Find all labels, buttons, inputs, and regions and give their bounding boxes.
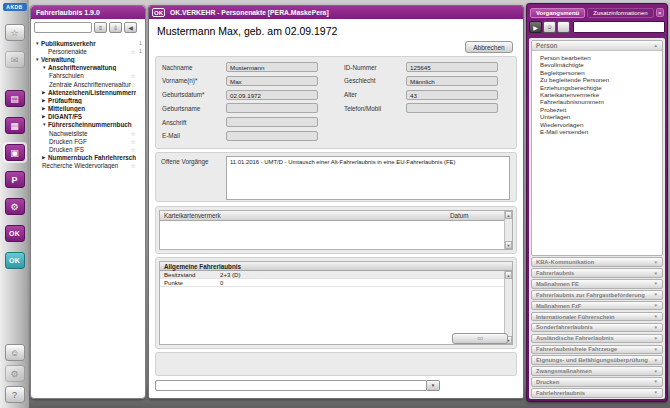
alter-field[interactable]: 43 bbox=[406, 90, 498, 100]
menu-item-zu-begleitende-personen[interactable]: Zu begleitende Personen bbox=[532, 76, 662, 83]
accordion-fahrerlaubnis[interactable]: Fahrerlaubnis▼ bbox=[531, 268, 663, 278]
tree-item-drucken-fgf[interactable]: Drucken FGF☆ bbox=[34, 137, 142, 145]
accordion-sonderfahrerlaubnis[interactable]: Sonderfahrerlaubnis▼ bbox=[531, 323, 663, 333]
favorite-star-icon[interactable]: ☆ bbox=[131, 146, 136, 153]
personenakte-module-button[interactable]: ▣ bbox=[5, 144, 25, 161]
active-module-highlight: ▣ bbox=[3, 142, 27, 163]
menu-item-fahrerlaubnisnummern[interactable]: Fahrerlaubnisnummern bbox=[532, 98, 662, 105]
open-cases-textarea[interactable]: 11.01.2016 - UMT/D - Umtausch einer Alt-… bbox=[226, 156, 510, 200]
menu-item-person-bearbeiten[interactable]: Person bearbeiten bbox=[532, 54, 662, 61]
favorite-star-icon[interactable]: ☆ bbox=[131, 81, 136, 88]
nav-search-input[interactable] bbox=[34, 22, 92, 33]
cancel-button[interactable]: Abbrechen bbox=[465, 41, 513, 53]
menu-item-email-versenden[interactable]: E-Mail versenden bbox=[532, 128, 662, 135]
ok-verkehr-button[interactable]: OK bbox=[5, 225, 25, 242]
column-header[interactable]: Datum bbox=[450, 212, 512, 219]
menu-item-karteikartenvermerke[interactable]: Karteikartenvermerke bbox=[532, 91, 662, 98]
nachname-field[interactable]: Mustermann bbox=[226, 62, 318, 72]
extra-action-button[interactable] bbox=[557, 21, 570, 33]
tree-item-aktenzeichen[interactable]: ▶Aktenzeichen/Listennummern bbox=[34, 88, 142, 96]
menu-item-begleitpersonen[interactable]: Begleitpersonen bbox=[532, 69, 662, 76]
accordion-title: Person bbox=[536, 42, 557, 49]
anschrift-field[interactable] bbox=[226, 117, 318, 127]
person-accordion-header[interactable]: Person ▲ bbox=[532, 41, 662, 51]
favorite-star-icon[interactable]: ☆ bbox=[131, 138, 136, 145]
geburtsname-field[interactable] bbox=[226, 103, 318, 113]
close-panel-button[interactable]: × bbox=[656, 8, 664, 17]
cardindex-module-button[interactable]: ▦ bbox=[5, 117, 25, 134]
table-row[interactable]: Punkte0 bbox=[160, 279, 512, 287]
tree-item-pruefauftrag[interactable]: ▶Prüfauftrag bbox=[34, 96, 142, 104]
tree-item-mitteilungen[interactable]: ▶Mitteilungen bbox=[34, 105, 142, 113]
column-header[interactable]: Karteikartenvermerk bbox=[160, 212, 450, 219]
parking-module-button[interactable]: P bbox=[5, 171, 25, 188]
messages-button[interactable]: ✉ bbox=[5, 51, 25, 68]
tree-item-drucken-ifs[interactable]: Drucken IFS☆ bbox=[34, 145, 142, 153]
tree-item-publikumsverkehr[interactable]: ▼Publikumsverkehr1 bbox=[34, 39, 142, 47]
id-nummer-field[interactable]: 125645 bbox=[406, 62, 498, 72]
email-field[interactable] bbox=[226, 131, 318, 141]
help-button[interactable]: ? bbox=[5, 386, 25, 403]
accordion-drucken[interactable]: Drucken▼ bbox=[531, 377, 663, 387]
accordion-internationaler-fuehrerschein[interactable]: Internationaler Führerschein▼ bbox=[531, 312, 663, 322]
favorite-star-icon[interactable]: ☆ bbox=[131, 162, 136, 169]
accordion-fahrerlaubnisfreie-fahrzeuge[interactable]: Fahrerlaubnisfreie Fahrzeuge▼ bbox=[531, 345, 663, 355]
gears-icon: ⚙ bbox=[10, 369, 18, 379]
accordion-title: Drucken bbox=[536, 379, 559, 385]
tree-item-recherche-wiedervorlagen[interactable]: Recherche Wiedervorlagen☆ bbox=[34, 162, 142, 170]
geschlecht-field[interactable]: Männlich bbox=[406, 76, 498, 86]
tree-item-nummernbuch-fahrlehrerschein[interactable]: ▶Nummernbuch Fahrlehrerschein bbox=[34, 154, 142, 162]
window-body: Mustermann Max, geb. am 02.09.1972 Abbre… bbox=[149, 19, 523, 399]
action-combobox[interactable] bbox=[155, 380, 427, 391]
geburtsdatum-field[interactable]: 02.09.1972 bbox=[226, 90, 318, 100]
tree-item-label: Aktenzeichen/Listennummern bbox=[48, 89, 136, 96]
combo-dropdown-button[interactable]: ▼ bbox=[427, 380, 440, 391]
scroll-up-icon[interactable]: ▲ bbox=[505, 211, 512, 219]
tree-item-fahrschulen[interactable]: Fahrschulen☆ bbox=[34, 72, 142, 80]
user-admin-button[interactable]: ☺ bbox=[5, 344, 25, 361]
addressbook-module-button[interactable]: ▤ bbox=[5, 90, 25, 107]
accordion-eignungspruefung[interactable]: Eignungs- und Befähigungsüberprüfung▼ bbox=[531, 355, 663, 365]
ok-portal-button[interactable]: OK bbox=[5, 252, 25, 269]
scroll-down-icon[interactable]: ▼ bbox=[505, 241, 512, 249]
accordion-massnahmen-fzf[interactable]: Maßnahmen FzF▼ bbox=[531, 301, 663, 311]
nav-collapse-button[interactable]: ◀ bbox=[124, 22, 137, 33]
tab-vorgangsmenue[interactable]: Vorgangsmenü bbox=[530, 8, 585, 18]
settings-module-button[interactable]: ⚙ bbox=[5, 198, 25, 215]
nav-import-button[interactable]: ⇩ bbox=[109, 22, 122, 33]
accordion-fahrlehrerlaubnis[interactable]: Fahrlehrerlaubnis▼ bbox=[531, 388, 663, 398]
tree-item-nachweisliste[interactable]: Nachweisliste☆ bbox=[34, 129, 142, 137]
tree-item-personenakte[interactable]: Personenakte☆1 bbox=[34, 47, 142, 55]
favorite-star-icon[interactable]: ☆ bbox=[131, 130, 136, 137]
tree-item-zentrale-anschriftenverwaltung[interactable]: Zentrale Anschriftenverwaltung☆ bbox=[34, 80, 142, 88]
accordion-zwangsmassnahmen[interactable]: Zwangsmaßnahmen▼ bbox=[531, 366, 663, 376]
menu-item-unterlagen[interactable]: Unterlagen bbox=[532, 113, 662, 120]
menu-item-bevollmaechtigte[interactable]: Bevollmächtigte bbox=[532, 61, 662, 68]
tab-zusatzinformationen[interactable]: Zusatzinformationen bbox=[587, 8, 653, 18]
window-titlebar[interactable]: OK OK.VERKEHR - Personenakte [PERA.Maske… bbox=[149, 6, 523, 19]
nav-list-button[interactable]: ≡ bbox=[94, 22, 107, 33]
accordion-kba-kommunikation[interactable]: KBA-Kommunikation▼ bbox=[531, 257, 663, 267]
tree-item-digant-fs[interactable]: ▶DIGANT/FS bbox=[34, 113, 142, 121]
tree-item-anschriftenverwaltung[interactable]: ▼Anschriftenverwaltung bbox=[34, 64, 142, 72]
person-action-button[interactable]: ☺ bbox=[543, 21, 556, 33]
menu-item-erziehungsberechtigte[interactable]: Erziehungsberechtigte bbox=[532, 84, 662, 91]
scroll-up-icon[interactable]: ▲ bbox=[505, 271, 512, 279]
accordion-fahrgastbefoerderung[interactable]: Fahrerlaubnis zur Fahrgastbeförderung▼ bbox=[531, 290, 663, 300]
favorites-button[interactable]: ☆ bbox=[5, 24, 25, 41]
search-details-button[interactable]: ∞ bbox=[452, 333, 508, 344]
menu-item-wiedervorlagen[interactable]: Wiedervorlagen bbox=[532, 121, 662, 128]
favorite-star-icon[interactable]: ☆ bbox=[131, 72, 136, 79]
accordion-auslaendische-fahrerlaubnis[interactable]: Ausländische Fahrerlaubnis▼ bbox=[531, 334, 663, 344]
accordion-massnahmen-fe[interactable]: Maßnahmen FE▼ bbox=[531, 279, 663, 289]
tree-item-verwaltung[interactable]: ▼Verwaltung bbox=[34, 55, 142, 63]
menu-item-probezeit[interactable]: Probezeit bbox=[532, 106, 662, 113]
vorname-field[interactable]: Max bbox=[226, 76, 318, 86]
table-scrollbar[interactable]: ▲ ▼ bbox=[504, 211, 512, 249]
table-row[interactable]: Besitzstand2+3 (D) bbox=[160, 271, 512, 279]
run-action-button[interactable]: ▶ bbox=[529, 21, 542, 33]
tree-item-fuehrerscheinnummernbuch[interactable]: ▼Führerscheinnummernbuch bbox=[34, 121, 142, 129]
system-settings-button[interactable]: ⚙ bbox=[5, 365, 25, 382]
telefon-field[interactable] bbox=[406, 103, 498, 113]
task-search-input[interactable] bbox=[573, 21, 665, 33]
